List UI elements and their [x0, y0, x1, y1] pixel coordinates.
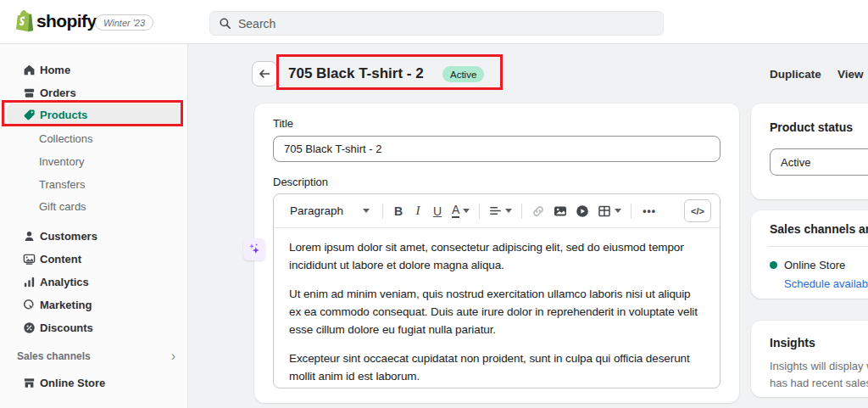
chevron-down-icon [615, 209, 621, 213]
global-search-input[interactable]: Search [209, 11, 664, 36]
sidebar-item-online-store[interactable]: Online Store [7, 372, 181, 394]
chevron-down-icon [363, 209, 370, 213]
editor-toolbar: Paragraph B I U A [274, 194, 720, 228]
shopify-wordmark: shopify [36, 11, 96, 31]
sales-channels-card: Sales channels and apps Online Store Sch… [751, 210, 868, 299]
insert-image-button[interactable] [549, 199, 571, 223]
sidebar-item-gift-cards[interactable]: Gift cards [39, 197, 86, 215]
active-status-dot-icon [770, 261, 777, 269]
video-play-icon [576, 204, 589, 218]
description-paragraph: Ut enim ad minim veniam, quis nostrud ex… [289, 286, 704, 339]
page-title: 705 Black T-shirt - 2 [288, 65, 424, 82]
insights-card: Insights Insights will display when the … [751, 321, 868, 397]
title-field-label: Title [273, 117, 293, 130]
show-html-button[interactable]: </> [684, 199, 711, 222]
duplicate-button[interactable]: Duplicate [770, 68, 821, 81]
sidebar-nav: Home Orders Products Collections Invento… [0, 44, 188, 408]
status-badge: Active [442, 66, 484, 82]
products-tag-icon [22, 108, 36, 121]
search-icon [219, 17, 231, 30]
sidebar-item-collections[interactable]: Collections [39, 129, 93, 148]
search-placeholder: Search [238, 17, 275, 31]
marketing-icon [22, 298, 36, 311]
insert-video-button[interactable] [571, 199, 593, 223]
title-input[interactable] [273, 136, 721, 162]
discounts-icon [22, 321, 36, 334]
toolbar-divider [521, 204, 522, 219]
sales-channels-heading: Sales channels and apps [770, 222, 868, 236]
view-button[interactable]: View [837, 68, 864, 81]
product-details-card: Title Description Paragraph B I U A [254, 103, 739, 403]
ai-assistant-button[interactable] [243, 238, 265, 260]
toolbar-divider [631, 204, 632, 219]
product-status-card: Product status Active [751, 103, 868, 199]
insert-table-button[interactable] [593, 199, 626, 223]
insights-body: Insights will display when the product h… [770, 358, 868, 392]
table-icon [598, 204, 611, 218]
customers-icon [22, 229, 36, 243]
sidebar-item-inventory[interactable]: Inventory [39, 152, 84, 170]
sidebar-item-orders[interactable]: Orders [7, 81, 181, 103]
back-button[interactable] [252, 61, 277, 87]
italic-button[interactable]: I [409, 199, 427, 223]
card-divider [768, 246, 868, 247]
bold-button[interactable]: B [388, 199, 409, 223]
chevron-right-icon: › [171, 349, 175, 363]
sidebar-item-customers[interactable]: Customers [7, 225, 181, 247]
shopify-admin-window: shopify Winter '23 Search Home Orders [0, 0, 868, 408]
orders-icon [22, 86, 36, 99]
sparkles-icon [247, 242, 262, 257]
link-icon [531, 204, 545, 218]
sidebar-item-content[interactable]: Content [7, 248, 181, 270]
version-badge: Winter '23 [95, 14, 153, 31]
sidebar-item-analytics[interactable]: Analytics [7, 271, 181, 293]
online-store-icon [22, 376, 36, 389]
more-options-button[interactable]: ••• [637, 199, 662, 223]
description-field-label: Description [273, 176, 721, 188]
analytics-icon [22, 275, 36, 288]
paragraph-style-dropdown[interactable]: Paragraph [282, 199, 377, 223]
product-status-heading: Product status [770, 120, 868, 134]
sidebar-item-discounts[interactable]: Discounts [7, 316, 181, 338]
description-paragraph: Lorem ipsum dolor sit amet, consectetur … [289, 239, 704, 275]
toolbar-divider [382, 204, 383, 219]
image-icon [554, 204, 567, 218]
description-editor: Paragraph B I U A [273, 193, 721, 388]
content-icon [22, 252, 36, 265]
text-color-button[interactable]: A [448, 199, 474, 223]
sidebar-item-products[interactable]: Products [7, 103, 181, 126]
underline-button[interactable]: U [427, 199, 448, 223]
arrow-left-icon [258, 67, 271, 81]
sidebar-item-home[interactable]: Home [7, 59, 181, 81]
sidebar-item-transfers[interactable]: Transfers [39, 175, 85, 193]
online-store-channel-row: Online Store [770, 259, 868, 271]
insights-heading: Insights [770, 336, 868, 349]
alignment-button[interactable] [485, 199, 516, 223]
shopify-logo-icon[interactable] [14, 9, 34, 36]
product-status-select[interactable]: Active [770, 148, 868, 176]
link-button[interactable] [527, 199, 549, 223]
toolbar-divider [479, 204, 480, 219]
description-textarea[interactable]: Lorem ipsum dolor sit amet, consectetur … [274, 228, 720, 388]
align-icon [489, 204, 502, 217]
top-bar: shopify Winter '23 Search [0, 0, 868, 44]
chevron-down-icon [463, 209, 470, 213]
chevron-down-icon [505, 209, 512, 213]
schedule-availability-link[interactable]: Schedule availability [784, 277, 868, 290]
sidebar-item-marketing[interactable]: Marketing [7, 293, 181, 316]
description-paragraph: Excepteur sint occaecat cupidatat non pr… [289, 350, 704, 386]
home-icon [22, 63, 36, 76]
sales-channels-header[interactable]: Sales channels › [17, 349, 175, 363]
